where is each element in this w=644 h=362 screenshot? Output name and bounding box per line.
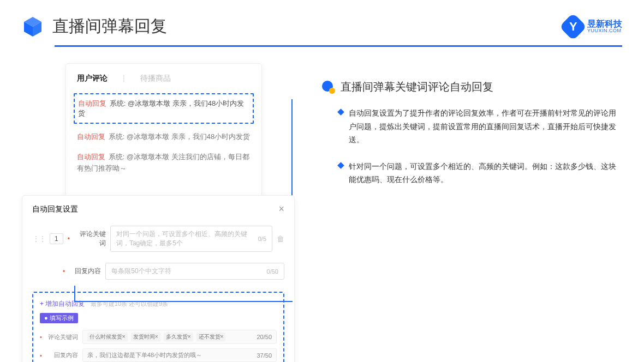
content-placeholder: 每条限50个中文字符	[111, 267, 171, 276]
required-icon: •	[40, 334, 42, 340]
section-title-row: 直播间弹幕关键词评论自动回复	[322, 80, 622, 94]
tab-user-comments[interactable]: 用户评论	[77, 74, 108, 83]
logo-cn: 昱新科技	[587, 19, 622, 29]
header-left: 直播间弹幕回复	[22, 15, 167, 38]
content-area: 用户评论 | 待播商品 自动回复 系统: @冰墩墩本墩 亲亲，我们48小时内发货…	[0, 47, 644, 362]
left-column: 用户评论 | 待播商品 自动回复 系统: @冰墩墩本墩 亲亲，我们48小时内发货…	[22, 63, 300, 362]
drag-handle-icon[interactable]: ⋮⋮	[32, 234, 45, 243]
example-keyword-row: • 评论关键词 什么时候发货× 发货时间× 多久发货× 还不发货× 20/50	[40, 328, 277, 346]
delete-icon[interactable]: 🗑	[277, 234, 284, 243]
brand-logo: Y 昱新科技 YUUXIN.COM	[563, 17, 622, 37]
comment-text: 系统: @冰墩墩本墩 亲亲，我们48小时内发货	[109, 132, 251, 141]
settings-title: 自动回复设置	[32, 204, 78, 214]
example-content-row: • 回复内容 亲，我们这边都是下单48小时内发货的哦～ 37/50	[40, 346, 277, 362]
logo-text: 昱新科技 YUUXIN.COM	[587, 19, 622, 34]
example-content-count: 37/50	[257, 352, 272, 359]
keyword-row: ⋮⋮ 1 • 评论关键词 对同一个问题，可设置多个相近、高频的关键词，Tag确定…	[32, 220, 284, 257]
tab-pending-products[interactable]: 待播商品	[140, 74, 171, 83]
diamond-icon	[337, 162, 344, 169]
logo-en: YUUXIN.COM	[587, 28, 622, 34]
example-tags: 什么时候发货× 发货时间× 多久发货× 还不发货×	[87, 333, 228, 341]
comment-panel: 用户评论 | 待播商品 自动回复 系统: @冰墩墩本墩 亲亲，我们48小时内发货…	[65, 63, 262, 201]
tag: 发货时间×	[131, 333, 160, 341]
page-header: 直播间弹幕回复 Y 昱新科技 YUUXIN.COM	[0, 0, 644, 38]
required-icon: •	[63, 268, 65, 275]
logo-icon: Y	[559, 13, 587, 40]
connector-line-2	[74, 286, 293, 302]
example-content-value: 亲，我们这边都是下单48小时内发货的哦～	[87, 351, 202, 359]
section-heading: 直播间弹幕关键词评论自动回复	[341, 80, 493, 94]
keyword-count: 0/5	[258, 236, 266, 242]
close-icon[interactable]: ×	[278, 203, 284, 215]
comment-row: 自动回复 系统: @冰墩墩本墩 亲亲，我们48小时内发货	[66, 127, 261, 147]
required-icon: •	[40, 352, 42, 359]
bullet-item: 自动回复设置为了提升作者的评论回复效率，作者可在开播前针对常见的评论用户问题，提…	[322, 106, 622, 147]
keyword-label: 评论关键词	[74, 230, 106, 248]
content-input[interactable]: 每条限50个中文字符 0/50	[105, 263, 284, 280]
auto-reply-label: 自动回复	[78, 99, 106, 107]
keyword-placeholder: 对同一个问题，可设置多个相近、高频的关键词，Tag确定，最多5个	[116, 230, 258, 248]
bullet-text: 自动回复设置为了提升作者的评论回复效率，作者可在开播前针对常见的评论用户问题，提…	[349, 106, 622, 147]
diamond-icon	[337, 108, 344, 116]
content-count: 0/50	[267, 268, 278, 275]
page-title: 直播间弹幕回复	[52, 15, 167, 38]
tab-separator: |	[123, 74, 125, 83]
content-row: • 回复内容 每条限50个中文字符 0/50	[32, 257, 284, 285]
comment-tabs: 用户评论 | 待播商品	[66, 74, 261, 90]
cube-icon	[22, 16, 44, 38]
tag: 多久发货×	[164, 333, 193, 341]
example-section: + 增加自动回复 最多可建10条 还可以创建9条 ● 填写示例 • 评论关键词 …	[32, 292, 284, 362]
example-content-label: 回复内容	[46, 351, 78, 359]
required-icon: •	[68, 235, 70, 243]
example-content-input: 亲，我们这边都是下单48小时内发货的哦～ 37/50	[82, 348, 277, 362]
auto-reply-label: 自动回复	[77, 132, 105, 141]
right-column: 直播间弹幕关键词评论自动回复 自动回复设置为了提升作者的评论回复效率，作者可在开…	[322, 63, 622, 362]
comment-row: 自动回复 系统: @冰墩墩本墩 关注我们的店铺，每日都有热门推荐呦～	[66, 147, 261, 179]
tag: 还不发货×	[196, 333, 226, 341]
bullet-text: 针对同一个问题，可设置多个相近的、高频的关键词。例如：这款多少钱、这块能优惠吗、…	[349, 160, 622, 186]
dot-icon	[322, 81, 335, 94]
content-label: 回复内容	[69, 267, 101, 276]
auto-reply-settings-panel: 自动回复设置 × ⋮⋮ 1 • 评论关键词 对同一个问题，可设置多个相近、高频的…	[22, 195, 295, 362]
highlighted-reply: 自动回复 系统: @冰墩墩本墩 亲亲，我们48小时内发货	[74, 93, 254, 124]
example-badge: ● 填写示例	[40, 313, 78, 323]
example-keyword-input: 什么时候发货× 发货时间× 多久发货× 还不发货× 20/50	[82, 330, 277, 344]
keyword-input[interactable]: 对同一个问题，可设置多个相近、高频的关键词，Tag确定，最多5个 0/5	[110, 226, 272, 252]
rule-number: 1	[50, 233, 63, 244]
example-keyword-label: 评论关键词	[46, 333, 78, 341]
settings-header: 自动回复设置 ×	[32, 203, 284, 220]
example-keyword-count: 20/50	[257, 334, 272, 340]
bullet-item: 针对同一个问题，可设置多个相近的、高频的关键词。例如：这款多少钱、这块能优惠吗、…	[322, 160, 622, 186]
tag: 什么时候发货×	[87, 333, 128, 341]
auto-reply-label: 自动回复	[77, 153, 105, 161]
